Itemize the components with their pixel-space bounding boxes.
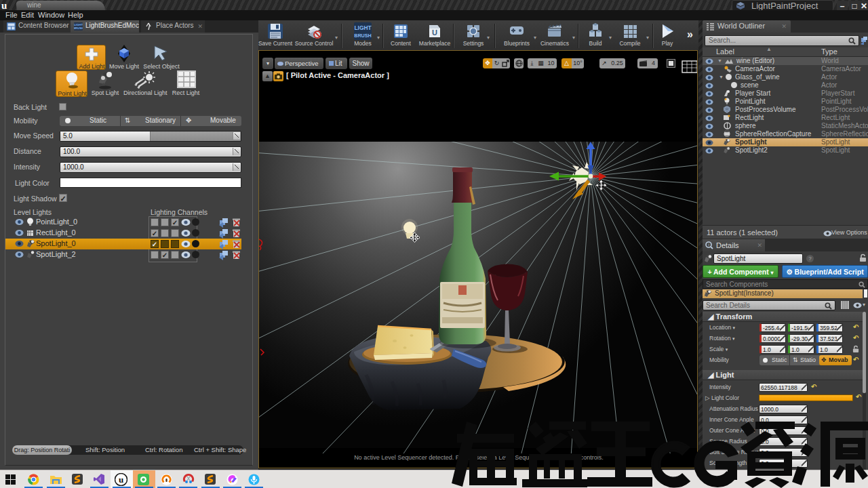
svg-text:LIGHT: LIGHT	[354, 24, 372, 31]
svg-text:LIGHT: LIGHT	[74, 23, 83, 26]
svg-text:i: i	[709, 243, 709, 247]
svg-text:U: U	[432, 28, 437, 37]
svg-text:BRUSH: BRUSH	[354, 33, 372, 39]
svg-text:u: u	[119, 474, 123, 485]
svg-text:BRUSH: BRUSH	[74, 26, 83, 30]
